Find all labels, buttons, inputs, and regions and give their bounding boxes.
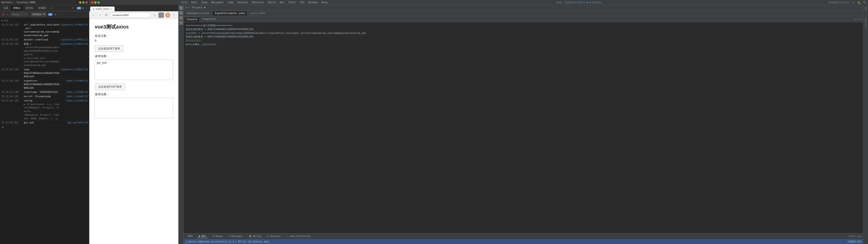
tab-close-icon[interactable]: ✕ <box>111 8 112 10</box>
window-maximize-btn[interactable] <box>82 1 85 4</box>
run-tab-endpoints[interactable]: Endpoints <box>200 17 218 22</box>
console-row-4: 15:21:54.126 signature:84D1374868AEEC4A0… <box>1 79 88 90</box>
link-6[interactable]: index.js?eeb9:15 <box>61 95 88 98</box>
run-tab-console[interactable]: Console <box>184 17 199 22</box>
idea-main-area: P ▶ 🐛 ★ ⚙ ⚙ Project ▼ — DemoApplication … <box>179 5 868 244</box>
tab-elements[interactable]: 元素 <box>1 5 10 11</box>
run-panel-scroll-bottom[interactable]: ⬇ <box>857 18 859 21</box>
user-avatar[interactable]: A <box>165 13 170 18</box>
window-minimize-btn[interactable] <box>79 1 81 4</box>
menu-refactor[interactable]: Refactor <box>250 0 266 4</box>
browser-close-btn[interactable] <box>91 1 93 4</box>
status-bar-left: ⎇ Build completed successfully in 2 s 45… <box>185 240 269 243</box>
file-tab-xxxid[interactable]: xxxid 664A <box>248 11 268 16</box>
tab-more[interactable]: » <box>49 6 55 10</box>
get-request-btn[interactable]: 点击发送GET请求 <box>95 45 123 52</box>
bottom-tab-terminal[interactable]: ▶ Terminal <box>266 235 283 238</box>
refresh-btn[interactable]: ↺ <box>104 13 109 18</box>
menu-window[interactable]: Window <box>307 0 319 4</box>
run-panel-scroll-top[interactable]: ⬆ <box>855 18 856 21</box>
link-3[interactable]: signature.js?46e3:26 <box>61 68 88 79</box>
menu-edit[interactable]: Edit <box>190 0 199 4</box>
debug-btn[interactable]: 🐛 <box>857 0 862 5</box>
tab-3d[interactable]: 3D视图 <box>36 5 48 11</box>
window-close-btn[interactable] <box>86 1 88 4</box>
run-line-4: 签名验证成功! <box>185 39 861 42</box>
menu-code[interactable]: Code <box>225 0 235 4</box>
build-btn[interactable]: 🔨 <box>862 0 867 5</box>
debug-icon[interactable]: 🐛 <box>179 16 183 20</box>
file-tab-demo-app[interactable]: DemoApplication <box>184 11 212 16</box>
link-0[interactable]: signature.js?46e3:15 <box>61 23 88 37</box>
menu-vcs[interactable]: VCS <box>298 0 306 4</box>
bottom-tab-java-enterprise[interactable]: ☕ Java Enterprise <box>285 235 312 238</box>
get-result-label: 请求结果： <box>95 54 173 58</box>
browser-tab-bar: ◉ vue3_test ✕ + <box>89 5 178 11</box>
favorites-label[interactable]: ☆ Favorites <box>865 13 867 29</box>
url-bar[interactable] <box>110 12 151 18</box>
tab-sources[interactable]: 源代码 <box>23 5 35 11</box>
console-row-0: 15:21:54.125 url /aop/before_test/path_v… <box>1 23 88 38</box>
menu-run[interactable]: Run <box>278 0 286 4</box>
post-request-btn[interactable]: 点击发送POST请求 <box>95 84 125 90</box>
browser-new-tab-btn[interactable]: + <box>115 6 122 11</box>
menu-build[interactable]: Build <box>266 0 277 4</box>
link-4[interactable]: index.js?eeb9:13 <box>61 79 88 90</box>
tab-title: vue3_test <box>96 7 109 10</box>
bottom-tab-messages[interactable]: ✉ Messages <box>227 235 244 238</box>
back-btn[interactable]: ← <box>91 13 96 18</box>
console-filter-input[interactable] <box>10 12 29 16</box>
browser-tab-vue3[interactable]: ◉ vue3_test ✕ <box>90 6 115 11</box>
link-1[interactable]: signature.js?46e3:21 <box>61 38 88 41</box>
msg-8: get_end <box>24 121 60 124</box>
link-7[interactable]: index.js?eeb9:21 <box>61 99 88 120</box>
run-panel-clear[interactable]: ✕ <box>861 18 862 21</box>
page-title: vue3测试axios <box>95 24 173 30</box>
extension-btn[interactable]: 🔧 <box>158 12 164 18</box>
console-level-select[interactable]: 所有级别 <box>30 12 46 17</box>
menu-analyze[interactable]: Analyze <box>236 0 250 4</box>
console-settings-icon[interactable]: ⚙ <box>55 13 56 16</box>
expand-arrow[interactable]: ▶ <box>1 125 4 129</box>
tab-console[interactable]: 控制台 <box>11 5 23 11</box>
config-expand-icon[interactable]: ▶ <box>24 103 25 105</box>
filter-icon[interactable]: ⊘ <box>7 13 8 16</box>
link-5[interactable]: index.js?eeb9:14 <box>61 90 88 94</box>
browser-min-btn[interactable] <box>94 1 96 4</box>
console-row-6: 15:21:54.126 secret: 9txyawtqsbp index.j… <box>1 94 88 99</box>
bottom-tab-debug[interactable]: ⑤ Debug <box>210 235 224 238</box>
file-tab-sign-interceptor[interactable]: SignInterceptor.java <box>212 11 247 16</box>
browser-menu-btn[interactable]: ⋮ <box>172 13 177 18</box>
bookmark-btn[interactable]: ☆ <box>152 13 157 18</box>
run-icon[interactable]: ▶ <box>179 11 183 15</box>
devtools-panel: DevTools - localhost:8080 元素 控制台 源代码 3D视… <box>0 0 89 244</box>
clear-console-icon[interactable]: 🚫 <box>2 13 5 16</box>
tab-add[interactable]: + <box>70 6 76 10</box>
devtools-settings-icon[interactable]: ⚙ <box>82 6 84 10</box>
menu-tools[interactable]: Tools <box>286 0 298 4</box>
project-icon[interactable]: P <box>179 6 183 10</box>
menu-view[interactable]: View <box>199 0 209 4</box>
bottom-tab-spring[interactable]: 🍃 Spring <box>247 235 263 238</box>
link-8[interactable]: App.vue?3dfd:36 <box>61 121 88 124</box>
bottom-tab-run[interactable]: ▶ Run <box>197 234 208 238</box>
file-tab-bar: DemoApplication SignInterceptor.java xxx… <box>184 10 863 16</box>
menu-help[interactable]: Help <box>320 0 329 4</box>
get-result-value: get_end <box>97 61 106 64</box>
expand-icon[interactable]: ▶ <box>1 19 3 22</box>
project-collapse-icon[interactable]: — <box>860 6 861 9</box>
bookmarks-icon[interactable]: ★ <box>179 21 183 25</box>
devtools-more-icon[interactable]: ⋮ <box>85 6 88 10</box>
console-row-7: 15:21:54.126 config ▶ {transitional: {…}… <box>1 99 88 121</box>
menu-navigate[interactable]: Navigate <box>210 0 225 4</box>
devtools-window-controls <box>79 1 88 4</box>
run-btn[interactable]: ▶ <box>851 0 856 5</box>
web-label[interactable]: Web <box>865 6 867 11</box>
post-result-box <box>95 98 173 118</box>
forward-btn[interactable]: → <box>97 13 102 18</box>
bottom-tab-todo[interactable]: TODO <box>185 235 194 238</box>
link-2[interactable]: signature.js?46e3:24 <box>61 42 88 67</box>
browser-max-btn[interactable] <box>97 1 100 4</box>
settings-icon: ⚙ <box>188 6 190 9</box>
menu-file[interactable]: File <box>180 0 189 4</box>
